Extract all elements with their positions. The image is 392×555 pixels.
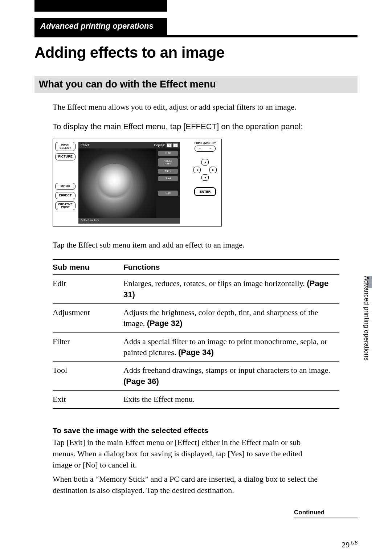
rule: [34, 35, 358, 37]
cell-desc: Adjusts the brightness, color depth, tin…: [123, 303, 339, 332]
screenshot-top-bar: Effect Copies: 1 ▫: [78, 142, 180, 148]
top-black-bar: [34, 0, 167, 12]
arrow-up-icon[interactable]: ▴: [201, 159, 209, 166]
th-submenu: Sub menu: [53, 260, 123, 275]
intro-text: The Effect menu allows you to edit, adju…: [53, 102, 358, 113]
table-row: Filter Adds a special filter to an image…: [53, 332, 339, 362]
tool-subbutton[interactable]: Tool: [158, 176, 178, 181]
arrow-right-icon[interactable]: ▸: [209, 167, 217, 173]
cell-name: Edit: [53, 275, 123, 304]
side-tab-label: Advanced printing operations: [363, 276, 370, 360]
print-quantity-stepper[interactable]: − +: [195, 146, 216, 152]
display-instructions: To display the main Effect menu, tap [EF…: [53, 121, 307, 132]
table-row: Exit Exits the Effect menu.: [53, 391, 339, 409]
enter-button[interactable]: ENTER: [194, 187, 216, 196]
cell-desc: Adds freehand drawings, stamps or input …: [123, 362, 339, 391]
plus-icon[interactable]: +: [209, 147, 211, 150]
creative-print-button[interactable]: CREATIVE PRINT: [55, 201, 75, 211]
th-functions: Functions: [123, 260, 339, 275]
effect-button[interactable]: EFFECT: [55, 192, 75, 199]
exit-subbutton[interactable]: Exit: [158, 191, 178, 196]
dpad[interactable]: ▴ ◂ ▸ ▾: [193, 159, 217, 181]
menu-button[interactable]: MENU: [55, 183, 75, 190]
table-row: Adjustment Adjusts the brightness, color…: [53, 303, 339, 332]
cell-name: Filter: [53, 332, 123, 362]
input-select-button[interactable]: INPUT SELECT: [55, 142, 75, 151]
copies-label: Copies:: [154, 143, 165, 147]
screenshot-left-buttons: INPUT SELECT PICTURE MENU EFFECT CREATIV…: [55, 142, 75, 223]
after-screenshot-text: Tap the Effect sub menu item and add an …: [53, 240, 358, 250]
rose-image: [94, 164, 134, 199]
save-heading: To save the image with the selected effe…: [53, 426, 358, 435]
submenu-table: Sub menu Functions Edit Enlarges, reduce…: [53, 259, 339, 409]
preview-image: [78, 148, 156, 218]
adjust-subbutton[interactable]: Adjust- ment: [158, 158, 178, 167]
screenshot-preview-area: Effect Copies: 1 ▫ Edit Adjust- ment Fil…: [78, 142, 180, 224]
copies-value: 1: [167, 143, 172, 147]
cell-name: Exit: [53, 391, 123, 409]
screenshot-right-controls: PRINT QUANTITY − + ▴ ◂ ▸ ▾ ENTER: [191, 141, 219, 223]
cell-name: Adjustment: [53, 303, 123, 332]
arrow-left-icon[interactable]: ◂: [193, 167, 201, 173]
section-header: Advanced printing operations: [34, 18, 167, 35]
effect-menu-screenshot: INPUT SELECT PICTURE MENU EFFECT CREATIV…: [53, 139, 222, 227]
screenshot-status-bar: Select an item.: [78, 218, 180, 224]
cell-desc: Enlarges, reduces, rotates, or flips an …: [123, 275, 339, 304]
table-row: Edit Enlarges, reduces, rotates, or flip…: [53, 275, 339, 304]
minus-icon[interactable]: −: [199, 147, 201, 150]
page-title: Adding effects to an image: [34, 44, 358, 61]
effect-title-label: Effect: [81, 143, 89, 147]
effect-submenu-buttons: Edit Adjust- ment Filter Tool Exit: [158, 151, 178, 196]
continued-label: Continued: [294, 509, 358, 518]
copies-icon: ▫: [173, 143, 178, 147]
arrow-down-icon[interactable]: ▾: [201, 174, 209, 181]
cell-name: Tool: [53, 362, 123, 391]
cell-desc: Exits the Effect menu.: [123, 391, 339, 409]
save-para2: When both a “Memory Stick” and a PC card…: [53, 474, 321, 496]
subheading: What you can do with the Effect menu: [34, 76, 358, 93]
save-para1: Tap [Exit] in the main Effect menu or [E…: [53, 437, 321, 470]
filter-subbutton[interactable]: Filter: [158, 169, 178, 174]
table-row: Tool Adds freehand drawings, stamps or i…: [53, 362, 339, 391]
print-quantity-label: PRINT QUANTITY: [191, 141, 219, 144]
edit-subbutton[interactable]: Edit: [158, 151, 178, 156]
picture-button[interactable]: PICTURE: [55, 153, 75, 160]
page-number: 29GB: [34, 540, 358, 550]
cell-desc: Adds a special filter to an image to pri…: [123, 332, 339, 362]
